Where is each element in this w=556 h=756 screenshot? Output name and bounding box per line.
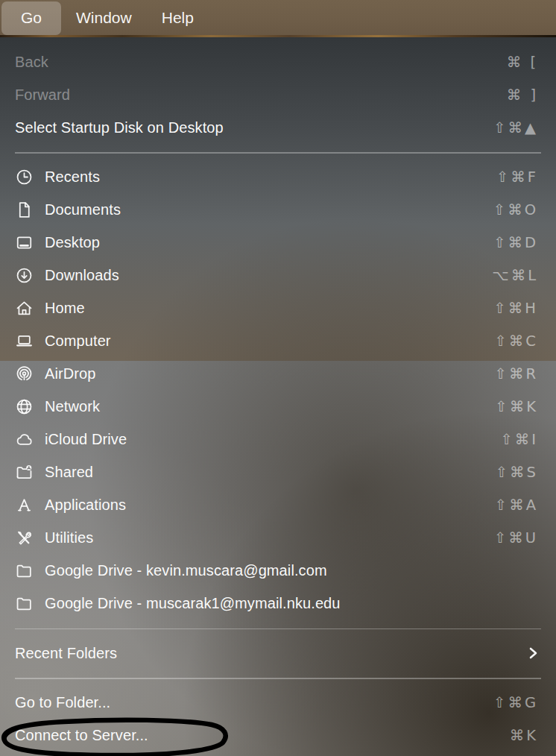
document-icon [15, 201, 45, 219]
menu-item-documents[interactable]: Documents⇧⌘O [0, 194, 556, 227]
menu-item-label: AirDrop [45, 365, 96, 382]
laptop-icon [15, 332, 45, 350]
menu-item-label: Desktop [45, 234, 100, 251]
menu-item-shortcut: ⇧⌘F [496, 168, 538, 186]
menu-item-google-drive-muscarak1-mymail-nku-edu[interactable]: Google Drive - muscarak1@mymail.nku.edu [0, 588, 556, 620]
menu-separator [15, 152, 541, 154]
desktop-icon [15, 233, 45, 252]
menu-item-shortcut: ⌘K [510, 727, 538, 744]
menu-item-shortcut: ⇧⌘I [500, 431, 538, 448]
menubar-item-help[interactable]: Help [147, 1, 209, 35]
globe-icon [15, 397, 45, 416]
menu-item-google-drive-kevin-muscara-gmail-com[interactable]: Google Drive - kevin.muscara@gmail.com [0, 555, 556, 588]
menubar-item-window[interactable]: Window [61, 1, 147, 35]
menu-item-back: Back⌘ [ [0, 45, 556, 78]
download-circle-icon [15, 266, 45, 285]
menu-item-label: Documents [45, 201, 121, 218]
menu-item-label: Downloads [45, 267, 119, 284]
utilities-icon [15, 529, 45, 547]
menu-item-shortcut: ⇧⌘H [493, 300, 538, 317]
menu-item-label: Shared [45, 464, 93, 481]
menu-item-label: Applications [45, 497, 126, 514]
menu-item-forward: Forward⌘ ] [0, 78, 556, 111]
folder-icon [15, 561, 45, 580]
menu-item-label: Google Drive - kevin.muscara@gmail.com [45, 562, 327, 579]
menu-item-shortcut: ⇧⌘D [493, 234, 538, 251]
menu-item-connect-to-server[interactable]: Connect to Server...⌘K [0, 719, 556, 752]
menu-item-desktop[interactable]: Desktop⇧⌘D [0, 227, 556, 259]
menu-item-recent-folders[interactable]: Recent Folders [0, 637, 556, 670]
menu-separator [15, 678, 541, 679]
menu-item-shortcut: ⇧⌘O [493, 201, 538, 218]
menu-item-computer[interactable]: Computer⇧⌘C [0, 325, 556, 358]
menu-item-home[interactable]: Home⇧⌘H [0, 292, 556, 325]
menu-item-shortcut: ⇧⌘▲ [493, 119, 538, 136]
clock-icon [15, 168, 45, 186]
menu-item-label: Utilities [45, 529, 93, 546]
menu-item-shortcut: ⇧⌘K [495, 398, 538, 415]
menu-item-label: Home [45, 300, 85, 317]
cloud-icon [15, 430, 45, 449]
menu-item-icloud-drive[interactable]: iCloud Drive⇧⌘I [0, 423, 556, 456]
menu-item-label: Connect to Server... [15, 727, 148, 744]
menu-separator [15, 629, 541, 630]
menu-item-shortcut: ⇧⌘U [494, 529, 538, 546]
menu-item-label: Select Startup Disk on Desktop [15, 119, 224, 136]
menu-item-shortcut: ⌘ ] [507, 86, 538, 104]
folder-icon [15, 594, 45, 613]
applications-icon [15, 496, 45, 514]
menu-item-shortcut: ⇧⌘C [495, 333, 538, 350]
menu-item-select-startup-disk-on-desktop[interactable]: Select Startup Disk on Desktop⇧⌘▲ [0, 111, 556, 144]
menu-item-airdrop[interactable]: AirDrop⇧⌘R [0, 358, 556, 391]
menu-item-shortcut: ⌘ [ [507, 54, 538, 71]
menu-item-shortcut: ⌥⌘L [492, 267, 538, 284]
menu-item-label: Recent Folders [15, 645, 117, 662]
menu-item-label: Computer [45, 333, 111, 350]
menu-item-recents[interactable]: Recents⇧⌘F [0, 161, 556, 194]
menu-item-shortcut: ⇧⌘S [496, 464, 538, 481]
menu-item-label: iCloud Drive [45, 431, 127, 448]
menu-item-label: Recents [45, 168, 100, 186]
menu-item-shortcut: ⇧⌘R [495, 365, 538, 382]
menu-item-shortcut: ⇧⌘A [495, 497, 538, 514]
menu-item-go-to-folder[interactable]: Go to Folder...⇧⌘G [0, 687, 556, 719]
menubar-item-go[interactable]: Go [1, 1, 61, 35]
menu-item-network[interactable]: Network⇧⌘K [0, 391, 556, 423]
submenu-chevron-icon [528, 646, 538, 660]
shared-folder-icon [15, 463, 45, 482]
menu-item-applications[interactable]: Applications⇧⌘A [0, 489, 556, 522]
menu-item-downloads[interactable]: Downloads⌥⌘L [0, 259, 556, 292]
menu-item-utilities[interactable]: Utilities⇧⌘U [0, 522, 556, 555]
menu-item-label: Google Drive - muscarak1@mymail.nku.edu [45, 595, 341, 612]
menu-item-label: Go to Folder... [15, 694, 110, 711]
menu-item-label: Forward [15, 86, 70, 104]
airdrop-icon [15, 365, 45, 383]
menu-item-shared[interactable]: Shared⇧⌘S [0, 456, 556, 489]
home-icon [15, 299, 45, 318]
menu-item-label: Back [15, 54, 48, 71]
go-menu-dropdown: Back⌘ [Forward⌘ ]Select Startup Disk on … [0, 37, 556, 756]
menu-item-shortcut: ⇧⌘G [493, 694, 538, 711]
menu-item-label: Network [45, 398, 100, 415]
menu-bar: GoWindowHelp [0, 0, 556, 35]
